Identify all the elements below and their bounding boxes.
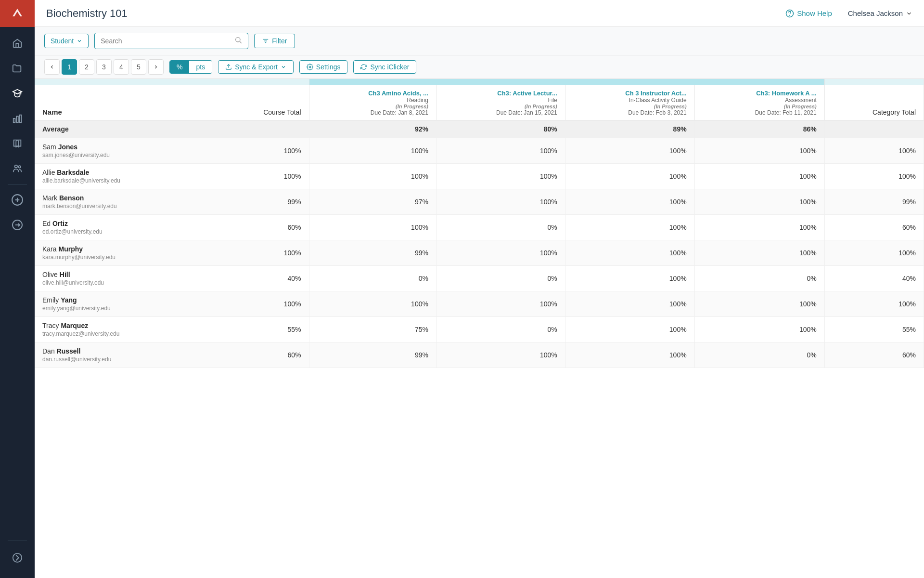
user-menu[interactable]: Chelsea Jackson bbox=[848, 9, 912, 17]
student-ch3-instructor: 100% bbox=[565, 240, 694, 266]
student-ch3-homework: 100% bbox=[694, 164, 824, 189]
folder-icon[interactable] bbox=[0, 56, 35, 81]
chart-icon[interactable] bbox=[0, 106, 35, 131]
name-column-header: Name bbox=[35, 85, 212, 120]
ch3-instructor-due: Due Date: Feb 3, 2021 bbox=[573, 109, 687, 116]
pts-toggle[interactable]: pts bbox=[189, 61, 212, 73]
show-help-button[interactable]: Show Help bbox=[785, 9, 832, 18]
student-ch3-amino: 100% bbox=[309, 138, 436, 164]
student-ch3-active: 0% bbox=[436, 266, 565, 291]
page-5-button[interactable]: 5 bbox=[131, 59, 146, 75]
app-logo[interactable] bbox=[0, 0, 35, 27]
search-input[interactable] bbox=[101, 37, 231, 45]
student-dropdown[interactable]: Student bbox=[44, 34, 89, 48]
course-total-header: Course Total bbox=[212, 85, 309, 120]
add-icon[interactable] bbox=[0, 187, 35, 212]
ch3-homework-link[interactable]: Ch3: Homework A ... bbox=[756, 90, 816, 97]
search-icon bbox=[234, 36, 242, 46]
ch3-active-due: Due Date: Jan 15, 2021 bbox=[444, 109, 557, 116]
settings-label: Settings bbox=[316, 63, 341, 71]
ch3-homework-status: (In Progress) bbox=[703, 104, 817, 109]
svg-point-13 bbox=[236, 38, 240, 42]
ch3-amino-link[interactable]: Ch3 Amino Acids, ... bbox=[368, 90, 428, 97]
expand-icon[interactable] bbox=[0, 545, 35, 570]
col-ch3-amino-header[interactable]: Ch3 Amino Acids, ... Reading (In Progres… bbox=[309, 85, 436, 120]
sync-export-button[interactable]: Sync & Export bbox=[218, 60, 294, 74]
student-ch3-instructor: 100% bbox=[565, 266, 694, 291]
student-course-total: 100% bbox=[212, 240, 309, 266]
settings-button[interactable]: Settings bbox=[299, 60, 348, 74]
sync-iclicker-button[interactable]: Sync iClicker bbox=[353, 60, 416, 74]
student-ch3-active: 0% bbox=[436, 317, 565, 342]
ch3-instructor-link[interactable]: Ch 3 Instructor Act... bbox=[625, 90, 686, 97]
transfer-icon[interactable] bbox=[0, 212, 35, 237]
graduation-icon[interactable] bbox=[0, 81, 35, 106]
student-ch3-active: 100% bbox=[436, 164, 565, 189]
student-course-total: 99% bbox=[212, 189, 309, 215]
student-ch3-amino: 75% bbox=[309, 317, 436, 342]
student-ch3-homework: 100% bbox=[694, 138, 824, 164]
average-ch3-homework: 86% bbox=[694, 120, 824, 138]
student-email: kara.murphy@university.edu bbox=[42, 254, 204, 261]
col-ch3-active-header[interactable]: Ch3: Active Lectur... File (In Progress)… bbox=[436, 85, 565, 120]
student-ch3-instructor: 100% bbox=[565, 215, 694, 240]
student-category-total: 99% bbox=[824, 189, 924, 215]
student-ch3-homework: 100% bbox=[694, 189, 824, 215]
table-row: Allie Barksdale allie.barksdale@universi… bbox=[35, 164, 924, 189]
student-ch3-homework: 0% bbox=[694, 342, 824, 368]
page-4-button[interactable]: 4 bbox=[114, 59, 129, 75]
student-email: mark.benson@university.edu bbox=[42, 203, 204, 210]
student-ch3-active: 100% bbox=[436, 291, 565, 317]
average-ch3-instructor: 89% bbox=[565, 120, 694, 138]
student-course-total: 55% bbox=[212, 317, 309, 342]
sidebar-bottom bbox=[0, 537, 35, 578]
student-ch3-instructor: 100% bbox=[565, 317, 694, 342]
page-1-button[interactable]: 1 bbox=[62, 59, 77, 75]
average-row: Average 92% 80% 89% 86% bbox=[35, 120, 924, 138]
student-ch3-instructor: 100% bbox=[565, 138, 694, 164]
average-ch3-amino: 92% bbox=[309, 120, 436, 138]
ch3-amino-status: (In Progress) bbox=[317, 104, 428, 109]
student-name-cell: Dan Russell dan.russell@university.edu bbox=[35, 342, 212, 368]
col-ch3-homework-header[interactable]: Ch3: Homework A ... Assessment (In Progr… bbox=[694, 85, 824, 120]
svg-rect-2 bbox=[16, 116, 18, 122]
student-course-total: 100% bbox=[212, 138, 309, 164]
ch3-amino-type: Reading bbox=[317, 97, 428, 104]
home-icon[interactable] bbox=[0, 31, 35, 56]
student-dropdown-label: Student bbox=[51, 37, 74, 45]
prev-page-button[interactable] bbox=[44, 59, 60, 75]
table-row: Sam Jones sam.jones@university.edu 100% … bbox=[35, 138, 924, 164]
highlight-cat-header bbox=[824, 79, 924, 85]
page-3-button[interactable]: 3 bbox=[96, 59, 112, 75]
student-name-cell: Olive Hill olive.hill@university.edu bbox=[35, 266, 212, 291]
table-row: Tracy Marquez tracy.marquez@university.e… bbox=[35, 317, 924, 342]
table-row: Mark Benson mark.benson@university.edu 9… bbox=[35, 189, 924, 215]
percent-toggle[interactable]: % bbox=[170, 61, 189, 73]
ch3-instructor-type: In-Class Activity Guide bbox=[573, 97, 687, 104]
user-name: Chelsea Jackson bbox=[848, 9, 903, 17]
student-email: tracy.marquez@university.edu bbox=[42, 330, 204, 337]
student-ch3-amino: 99% bbox=[309, 240, 436, 266]
grade-table-container[interactable]: Name Course Total Ch3 Amino Acids, ... R… bbox=[35, 79, 924, 578]
book-icon[interactable] bbox=[0, 131, 35, 156]
ch3-instructor-status: (In Progress) bbox=[573, 104, 687, 109]
ch3-homework-type: Assessment bbox=[703, 97, 817, 104]
page-title: Biochemistry 101 bbox=[46, 7, 128, 20]
page-2-button[interactable]: 2 bbox=[79, 59, 94, 75]
ch3-active-link[interactable]: Ch3: Active Lectur... bbox=[497, 90, 557, 97]
sidebar-divider-2 bbox=[8, 540, 27, 540]
category-total-header: Category Total bbox=[824, 85, 924, 120]
student-email: allie.barksdale@university.edu bbox=[42, 177, 204, 184]
search-box[interactable] bbox=[94, 33, 248, 49]
pagination: 1 2 3 4 5 bbox=[44, 59, 164, 75]
table-row: Kara Murphy kara.murphy@university.edu 1… bbox=[35, 240, 924, 266]
next-page-button[interactable] bbox=[148, 59, 164, 75]
student-name-cell: Kara Murphy kara.murphy@university.edu bbox=[35, 240, 212, 266]
table-col-headers: Name Course Total Ch3 Amino Acids, ... R… bbox=[35, 85, 924, 120]
svg-rect-3 bbox=[20, 115, 22, 123]
student-course-total: 60% bbox=[212, 215, 309, 240]
svg-point-12 bbox=[790, 15, 790, 15]
col-ch3-instructor-header[interactable]: Ch 3 Instructor Act... In-Class Activity… bbox=[565, 85, 694, 120]
people-icon[interactable] bbox=[0, 156, 35, 181]
filter-button[interactable]: Filter bbox=[254, 34, 295, 48]
